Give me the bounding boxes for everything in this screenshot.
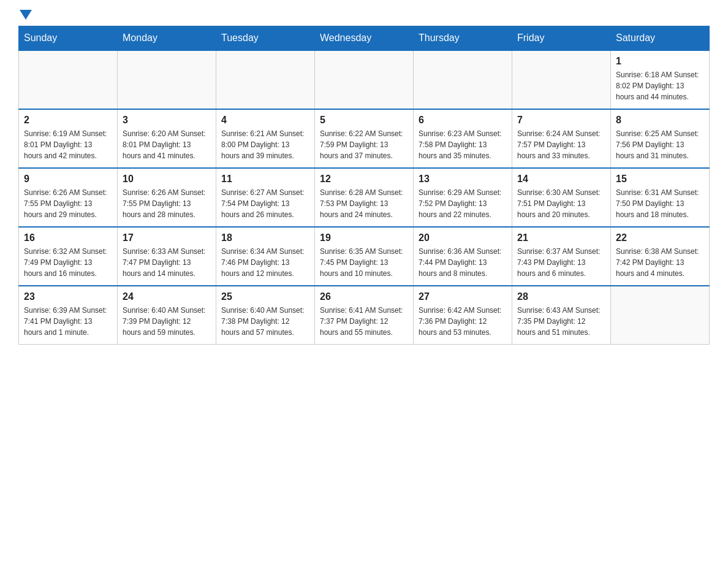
- day-number: 6: [419, 115, 507, 126]
- calendar-cell: 3Sunrise: 6:20 AM Sunset: 8:01 PM Daylig…: [118, 109, 216, 168]
- calendar-cell: 22Sunrise: 6:38 AM Sunset: 7:42 PM Dayli…: [611, 227, 710, 286]
- day-info: Sunrise: 6:38 AM Sunset: 7:42 PM Dayligh…: [616, 246, 704, 279]
- calendar-cell: 2Sunrise: 6:19 AM Sunset: 8:01 PM Daylig…: [19, 109, 118, 168]
- column-header-wednesday: Wednesday: [315, 26, 414, 51]
- calendar-cell: 6Sunrise: 6:23 AM Sunset: 7:58 PM Daylig…: [414, 109, 512, 168]
- day-info: Sunrise: 6:36 AM Sunset: 7:44 PM Dayligh…: [419, 246, 507, 279]
- day-info: Sunrise: 6:23 AM Sunset: 7:58 PM Dayligh…: [419, 128, 507, 161]
- day-number: 8: [616, 115, 704, 126]
- day-info: Sunrise: 6:34 AM Sunset: 7:46 PM Dayligh…: [221, 246, 309, 279]
- day-info: Sunrise: 6:41 AM Sunset: 7:37 PM Dayligh…: [320, 305, 408, 338]
- day-info: Sunrise: 6:28 AM Sunset: 7:53 PM Dayligh…: [320, 187, 408, 220]
- column-header-monday: Monday: [118, 26, 216, 51]
- calendar-header-row: SundayMondayTuesdayWednesdayThursdayFrid…: [19, 26, 710, 51]
- day-info: Sunrise: 6:20 AM Sunset: 8:01 PM Dayligh…: [123, 128, 211, 161]
- day-number: 22: [616, 232, 704, 243]
- day-info: Sunrise: 6:30 AM Sunset: 7:51 PM Dayligh…: [517, 187, 605, 220]
- calendar-cell: 20Sunrise: 6:36 AM Sunset: 7:44 PM Dayli…: [414, 227, 512, 286]
- day-info: Sunrise: 6:26 AM Sunset: 7:55 PM Dayligh…: [24, 187, 112, 220]
- calendar-cell: 23Sunrise: 6:39 AM Sunset: 7:41 PM Dayli…: [19, 286, 118, 345]
- day-number: 5: [320, 115, 408, 126]
- calendar-cell: 18Sunrise: 6:34 AM Sunset: 7:46 PM Dayli…: [216, 227, 315, 286]
- calendar-table: SundayMondayTuesdayWednesdayThursdayFrid…: [18, 26, 710, 345]
- day-number: 21: [517, 232, 605, 243]
- day-number: 13: [419, 174, 507, 185]
- day-number: 16: [24, 232, 112, 243]
- day-number: 4: [221, 115, 309, 126]
- calendar-cell: 12Sunrise: 6:28 AM Sunset: 7:53 PM Dayli…: [315, 168, 414, 227]
- calendar-cell: [19, 50, 118, 109]
- calendar-cell: 7Sunrise: 6:24 AM Sunset: 7:57 PM Daylig…: [512, 109, 611, 168]
- day-number: 3: [123, 115, 211, 126]
- calendar-cell: 19Sunrise: 6:35 AM Sunset: 7:45 PM Dayli…: [315, 227, 414, 286]
- calendar-cell: 28Sunrise: 6:43 AM Sunset: 7:35 PM Dayli…: [512, 286, 611, 345]
- calendar-cell: 1Sunrise: 6:18 AM Sunset: 8:02 PM Daylig…: [611, 50, 710, 109]
- day-info: Sunrise: 6:25 AM Sunset: 7:56 PM Dayligh…: [616, 128, 704, 161]
- calendar-week-row: 2Sunrise: 6:19 AM Sunset: 8:01 PM Daylig…: [19, 109, 710, 168]
- calendar-cell: [414, 50, 512, 109]
- day-info: Sunrise: 6:22 AM Sunset: 7:59 PM Dayligh…: [320, 128, 408, 161]
- day-number: 1: [616, 56, 704, 67]
- day-number: 2: [24, 115, 112, 126]
- calendar-cell: 14Sunrise: 6:30 AM Sunset: 7:51 PM Dayli…: [512, 168, 611, 227]
- day-info: Sunrise: 6:42 AM Sunset: 7:36 PM Dayligh…: [419, 305, 507, 338]
- day-number: 20: [419, 232, 507, 243]
- calendar-cell: [118, 50, 216, 109]
- calendar-cell: [611, 286, 710, 345]
- day-number: 14: [517, 174, 605, 185]
- day-number: 12: [320, 174, 408, 185]
- day-info: Sunrise: 6:19 AM Sunset: 8:01 PM Dayligh…: [24, 128, 112, 161]
- calendar-week-row: 23Sunrise: 6:39 AM Sunset: 7:41 PM Dayli…: [19, 286, 710, 345]
- calendar-cell: 13Sunrise: 6:29 AM Sunset: 7:52 PM Dayli…: [414, 168, 512, 227]
- day-number: 24: [123, 291, 211, 302]
- day-info: Sunrise: 6:40 AM Sunset: 7:39 PM Dayligh…: [123, 305, 211, 338]
- day-number: 17: [123, 232, 211, 243]
- calendar-week-row: 16Sunrise: 6:32 AM Sunset: 7:49 PM Dayli…: [19, 227, 710, 286]
- calendar-week-row: 1Sunrise: 6:18 AM Sunset: 8:02 PM Daylig…: [19, 50, 710, 109]
- day-number: 15: [616, 174, 704, 185]
- calendar-cell: [315, 50, 414, 109]
- day-info: Sunrise: 6:32 AM Sunset: 7:49 PM Dayligh…: [24, 246, 112, 279]
- day-number: 7: [517, 115, 605, 126]
- day-number: 27: [419, 291, 507, 302]
- page-header: [18, 12, 710, 20]
- calendar-cell: 10Sunrise: 6:26 AM Sunset: 7:55 PM Dayli…: [118, 168, 216, 227]
- calendar-cell: 27Sunrise: 6:42 AM Sunset: 7:36 PM Dayli…: [414, 286, 512, 345]
- calendar-cell: 4Sunrise: 6:21 AM Sunset: 8:00 PM Daylig…: [216, 109, 315, 168]
- calendar-cell: 5Sunrise: 6:22 AM Sunset: 7:59 PM Daylig…: [315, 109, 414, 168]
- day-info: Sunrise: 6:40 AM Sunset: 7:38 PM Dayligh…: [221, 305, 309, 338]
- day-info: Sunrise: 6:26 AM Sunset: 7:55 PM Dayligh…: [123, 187, 211, 220]
- day-number: 26: [320, 291, 408, 302]
- day-info: Sunrise: 6:18 AM Sunset: 8:02 PM Dayligh…: [616, 69, 704, 102]
- calendar-cell: 26Sunrise: 6:41 AM Sunset: 7:37 PM Dayli…: [315, 286, 414, 345]
- day-number: 25: [221, 291, 309, 302]
- calendar-cell: [512, 50, 611, 109]
- calendar-cell: 24Sunrise: 6:40 AM Sunset: 7:39 PM Dayli…: [118, 286, 216, 345]
- logo: [18, 12, 32, 20]
- calendar-cell: 15Sunrise: 6:31 AM Sunset: 7:50 PM Dayli…: [611, 168, 710, 227]
- column-header-sunday: Sunday: [19, 26, 118, 51]
- day-number: 23: [24, 291, 112, 302]
- day-number: 10: [123, 174, 211, 185]
- day-info: Sunrise: 6:31 AM Sunset: 7:50 PM Dayligh…: [616, 187, 704, 220]
- day-number: 19: [320, 232, 408, 243]
- day-info: Sunrise: 6:24 AM Sunset: 7:57 PM Dayligh…: [517, 128, 605, 161]
- day-number: 9: [24, 174, 112, 185]
- calendar-cell: [216, 50, 315, 109]
- calendar-cell: 11Sunrise: 6:27 AM Sunset: 7:54 PM Dayli…: [216, 168, 315, 227]
- day-number: 28: [517, 291, 605, 302]
- day-info: Sunrise: 6:37 AM Sunset: 7:43 PM Dayligh…: [517, 246, 605, 279]
- calendar-cell: 17Sunrise: 6:33 AM Sunset: 7:47 PM Dayli…: [118, 227, 216, 286]
- day-info: Sunrise: 6:35 AM Sunset: 7:45 PM Dayligh…: [320, 246, 408, 279]
- column-header-friday: Friday: [512, 26, 611, 51]
- day-number: 18: [221, 232, 309, 243]
- calendar-week-row: 9Sunrise: 6:26 AM Sunset: 7:55 PM Daylig…: [19, 168, 710, 227]
- column-header-thursday: Thursday: [414, 26, 512, 51]
- logo-triangle-icon: [20, 10, 32, 20]
- day-info: Sunrise: 6:39 AM Sunset: 7:41 PM Dayligh…: [24, 305, 112, 338]
- column-header-saturday: Saturday: [611, 26, 710, 51]
- day-info: Sunrise: 6:21 AM Sunset: 8:00 PM Dayligh…: [221, 128, 309, 161]
- day-info: Sunrise: 6:29 AM Sunset: 7:52 PM Dayligh…: [419, 187, 507, 220]
- column-header-tuesday: Tuesday: [216, 26, 315, 51]
- calendar-cell: 16Sunrise: 6:32 AM Sunset: 7:49 PM Dayli…: [19, 227, 118, 286]
